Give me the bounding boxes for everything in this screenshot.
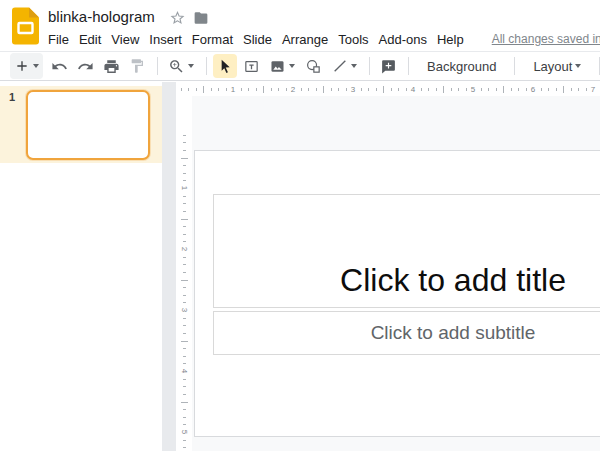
- toolbar: Background Layout Theme Transition: [0, 52, 600, 81]
- insert-image-button[interactable]: [265, 54, 299, 78]
- hruler-number-2: 2: [291, 85, 295, 94]
- toolbar-divider: [369, 57, 370, 75]
- ruler-tick: [428, 88, 429, 91]
- ruler-tick: [398, 88, 399, 91]
- ruler-tick: [518, 88, 519, 91]
- text-box-button[interactable]: [239, 54, 263, 78]
- new-slide-button[interactable]: [10, 53, 43, 79]
- plus-icon: [14, 58, 30, 74]
- redo-button[interactable]: [73, 54, 97, 78]
- slide-1-thumbnail[interactable]: [26, 90, 150, 160]
- insert-comment-button[interactable]: [376, 54, 400, 78]
- ruler-tick: [183, 417, 186, 418]
- ruler-tick: [308, 88, 309, 91]
- ruler-tick: [481, 88, 482, 91]
- layout-button-label: Layout: [533, 59, 572, 74]
- toolbar-divider: [514, 57, 515, 75]
- ruler-tick: [556, 88, 557, 91]
- ruler-tick: [183, 150, 186, 151]
- select-tool-button[interactable]: [213, 54, 237, 78]
- menu-help[interactable]: Help: [437, 32, 464, 47]
- ruler-tick: [183, 226, 186, 227]
- filmstrip-slide-1[interactable]: 1: [0, 86, 162, 163]
- ruler-tick: [406, 88, 407, 91]
- slides-logo-icon[interactable]: [12, 7, 39, 45]
- vertical-ruler[interactable]: 12345: [176, 96, 192, 451]
- ruler-tick: [183, 440, 186, 441]
- ruler-tick: [421, 88, 422, 91]
- ruler-tick: [211, 88, 212, 91]
- vruler-number-4: 4: [180, 369, 189, 373]
- menu-edit[interactable]: Edit: [79, 32, 101, 47]
- chevron-down-icon: [575, 64, 581, 68]
- background-button[interactable]: Background: [415, 59, 508, 74]
- layout-button[interactable]: Layout: [521, 59, 593, 74]
- hruler-number-1: 1: [231, 85, 235, 94]
- menu-insert[interactable]: Insert: [149, 32, 182, 47]
- title-placeholder[interactable]: Click to add title: [213, 194, 600, 308]
- chevron-down-icon: [33, 64, 39, 68]
- slide-page[interactable]: Click to add title Click to add subtitle: [194, 150, 600, 437]
- move-to-folder-icon[interactable]: [193, 11, 209, 25]
- slide-number: 1: [9, 91, 15, 103]
- ruler-tick: [578, 88, 579, 91]
- ruler-tick: [183, 264, 186, 265]
- ruler-tick: [183, 295, 186, 296]
- ruler-tick: [183, 348, 186, 349]
- ruler-tick: [183, 211, 186, 212]
- ruler-tick: [183, 356, 186, 357]
- menu-arrange[interactable]: Arrange: [282, 32, 328, 47]
- ruler-tick: [541, 88, 542, 91]
- ruler-tick: [451, 88, 452, 91]
- ruler-tick: [181, 88, 182, 91]
- ruler-tick: [526, 88, 527, 91]
- menu-bar: FileEditViewInsertFormatSlideArrangeTool…: [48, 29, 600, 49]
- menu-view[interactable]: View: [111, 32, 139, 47]
- menu-file[interactable]: File: [48, 32, 69, 47]
- ruler-tick: [181, 158, 188, 159]
- ruler-tick: [466, 88, 467, 91]
- star-icon[interactable]: [170, 10, 185, 25]
- ruler-tick: [183, 173, 186, 174]
- menu-add-ons[interactable]: Add-ons: [379, 32, 427, 47]
- undo-button[interactable]: [47, 54, 71, 78]
- ruler-tick: [218, 88, 219, 91]
- paint-format-button[interactable]: [125, 54, 149, 78]
- menu-tools[interactable]: Tools: [338, 32, 368, 47]
- chevron-down-icon: [188, 64, 194, 68]
- vruler-number-1: 1: [180, 186, 189, 190]
- ruler-tick: [376, 88, 377, 91]
- slide-filmstrip: 1: [0, 82, 162, 451]
- vruler-number-3: 3: [180, 308, 189, 312]
- shape-button[interactable]: [301, 54, 325, 78]
- ruler-tick: [183, 135, 186, 136]
- ruler-tick: [511, 88, 512, 91]
- google-slides-app: blinka-hologram FileEditViewInsertFormat…: [0, 0, 600, 451]
- ruler-tick: [391, 88, 392, 91]
- chevron-down-icon: [289, 64, 295, 68]
- horizontal-ruler[interactable]: 1234567: [176, 83, 600, 96]
- ruler-tick: [183, 363, 186, 364]
- workspace: 1 1234567 12345 Click to add title Click…: [0, 82, 600, 451]
- toolbar-divider: [206, 57, 207, 75]
- ruler-tick: [183, 318, 186, 319]
- ruler-tick: [263, 86, 264, 93]
- line-tool-button[interactable]: [327, 54, 361, 78]
- ruler-tick: [183, 447, 186, 448]
- ruler-tick: [181, 280, 188, 281]
- ruler-tick: [368, 88, 369, 91]
- toolbar-divider: [157, 57, 158, 75]
- ruler-tick: [183, 165, 186, 166]
- save-status[interactable]: All changes saved in Drive: [492, 32, 600, 46]
- menu-format[interactable]: Format: [192, 32, 233, 47]
- document-title[interactable]: blinka-hologram: [48, 8, 155, 25]
- subtitle-placeholder[interactable]: Click to add subtitle: [213, 311, 600, 355]
- slide-canvas[interactable]: Click to add title Click to add subtitle: [192, 96, 600, 451]
- ruler-tick: [278, 88, 279, 91]
- menu-slide[interactable]: Slide: [243, 32, 272, 47]
- zoom-button[interactable]: [164, 54, 198, 78]
- ruler-tick: [331, 88, 332, 91]
- ruler-tick: [361, 88, 362, 91]
- ruler-tick: [196, 88, 197, 91]
- print-button[interactable]: [99, 54, 123, 78]
